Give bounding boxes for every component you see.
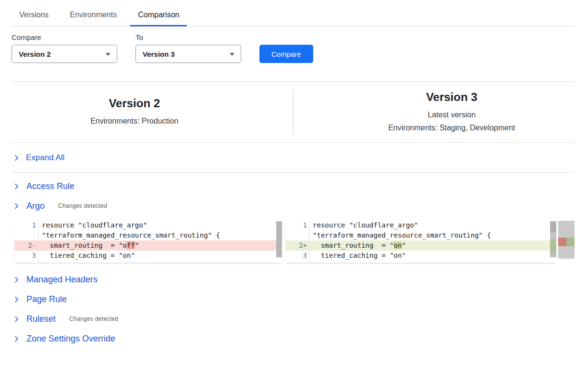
compare-from-field: Compare Version 2: [12, 33, 117, 63]
chevron-down-icon: [230, 53, 234, 56]
minimap-added-marker: [566, 238, 575, 246]
code-text: }: [38, 261, 282, 263]
chevron-down-icon: [106, 53, 110, 56]
left-version-title: Version 2: [0, 97, 275, 110]
line-number: 1: [14, 220, 38, 230]
code-text: resource "cloudflare_argo": [309, 220, 556, 230]
diff-code-right: 1resource "cloudflare_argo""terraform_ma…: [285, 220, 556, 263]
tab-environments[interactable]: Environments: [62, 9, 124, 26]
diff-row: 1resource "cloudflare_argo": [285, 220, 556, 230]
line-number: 1: [285, 220, 309, 230]
right-version-title: Version 3: [311, 90, 588, 104]
diff-code-left: 1resource "cloudflare_argo""terraform_ma…: [14, 220, 282, 263]
to-label: To: [135, 33, 241, 41]
compare-from-select[interactable]: Version 2: [12, 45, 117, 63]
section-list: Access Rule Argo Changes detected 1resou…: [12, 180, 575, 345]
compare-form: Compare Version 2 To Version 3 Compare: [12, 33, 575, 63]
diff-row: 4}: [285, 261, 556, 263]
code-text: tiered_caching = "on": [38, 251, 282, 261]
compare-to-field: To Version 3: [135, 33, 241, 63]
argo-diff-view: 1resource "cloudflare_argo""terraform_ma…: [14, 220, 575, 263]
changes-detected-badge: Changes detected: [58, 202, 107, 209]
version-header-left: Version 2 Environments: Production: [0, 97, 275, 127]
line-number: 2+: [285, 240, 309, 251]
section-label: Argo: [26, 201, 45, 211]
word-diff-highlight: ff: [127, 241, 135, 249]
chevron-right-icon: [13, 277, 20, 283]
word-diff-highlight: on: [394, 241, 402, 249]
line-number: [285, 230, 309, 240]
section-argo[interactable]: Argo Changes detected: [12, 200, 107, 212]
compare-to-value: Version 3: [143, 50, 175, 58]
version-headers: Version 2 Environments: Production Versi…: [12, 82, 575, 142]
diff-row: 3 tiered_caching = "on": [14, 251, 282, 261]
comparison-page: Versions Environments Comparison Compare…: [0, 0, 588, 345]
compare-label: Compare: [12, 33, 117, 41]
code-text: }: [309, 261, 556, 263]
chevron-right-icon: [13, 336, 20, 342]
version-header-right: Version 3 Latest version Environments: S…: [311, 90, 588, 134]
left-version-environments: Environments: Production: [0, 114, 275, 127]
tab-comparison[interactable]: Comparison: [130, 9, 187, 26]
chevron-right-icon: [13, 183, 20, 190]
line-number: 3: [285, 251, 309, 261]
code-text: resource "cloudflare_argo": [38, 220, 282, 230]
diff-row: 2- smart_routing = "off": [14, 240, 282, 251]
section-page-rule[interactable]: Page Rule: [12, 293, 80, 305]
section-access-rule[interactable]: Access Rule: [12, 180, 88, 192]
code-text: "terraform_managed_resource_smart_routin…: [309, 230, 556, 240]
line-number: 3: [14, 251, 38, 261]
section-label: Page Rule: [26, 294, 67, 304]
divider: [12, 142, 575, 143]
tab-bar: Versions Environments Comparison: [12, 0, 575, 26]
divider: [12, 172, 575, 173]
compare-to-select[interactable]: Version 3: [135, 45, 241, 63]
section-label: Zone Settings Override: [26, 334, 115, 344]
right-version-latest: Latest version: [311, 108, 588, 121]
code-text: smart_routing = "on": [309, 240, 556, 251]
line-number: 4: [285, 261, 309, 263]
line-number: [14, 230, 38, 240]
line-number: 2-: [14, 240, 38, 251]
diff-row: 3 tiered_caching = "on": [285, 251, 556, 261]
diff-panel-right: 1resource "cloudflare_argo""terraform_ma…: [285, 220, 556, 263]
diff-row: 2+ smart_routing = "on": [285, 240, 556, 251]
diff-panel-left: 1resource "cloudflare_argo""terraform_ma…: [14, 220, 282, 263]
diff-row: "terraform_managed_resource_smart_routin…: [14, 230, 282, 240]
diff-row: 1resource "cloudflare_argo": [14, 220, 282, 230]
section-managed-headers[interactable]: Managed Headers: [12, 273, 111, 286]
chevron-right-icon: [13, 296, 20, 303]
section-label: Access Rule: [26, 181, 74, 191]
diff-minimap[interactable]: [558, 221, 575, 258]
chevron-right-icon: [13, 203, 20, 209]
line-number: 4: [14, 261, 38, 263]
diff-row: 4}: [14, 261, 282, 263]
right-version-environments: Environments: Staging, Development: [311, 121, 588, 134]
left-scrollbar[interactable]: [276, 221, 282, 257]
changes-detected-badge: Changes detected: [69, 316, 118, 322]
diff-row: "terraform_managed_resource_smart_routin…: [285, 230, 556, 240]
code-text: smart_routing = "off": [38, 240, 282, 251]
compare-button[interactable]: Compare: [259, 45, 313, 63]
vertical-divider: [293, 90, 294, 134]
chevron-right-icon: [13, 316, 20, 322]
expand-all-button[interactable]: Expand All: [12, 143, 64, 163]
right-scrollbar[interactable]: [550, 221, 556, 257]
minimap-removed-marker: [558, 238, 566, 246]
compare-from-value: Version 2: [19, 50, 51, 58]
code-text: tiered_caching = "on": [309, 251, 556, 261]
section-ruleset[interactable]: Ruleset Changes detected: [12, 313, 118, 325]
section-label: Managed Headers: [26, 275, 98, 285]
tab-versions[interactable]: Versions: [12, 9, 56, 26]
section-zone-settings-override[interactable]: Zone Settings Override: [12, 332, 129, 345]
expand-all-label: Expand All: [26, 153, 64, 163]
code-text: "terraform_managed_resource_smart_routin…: [38, 230, 282, 240]
chevron-right-icon: [13, 155, 20, 161]
section-label: Ruleset: [26, 314, 56, 324]
